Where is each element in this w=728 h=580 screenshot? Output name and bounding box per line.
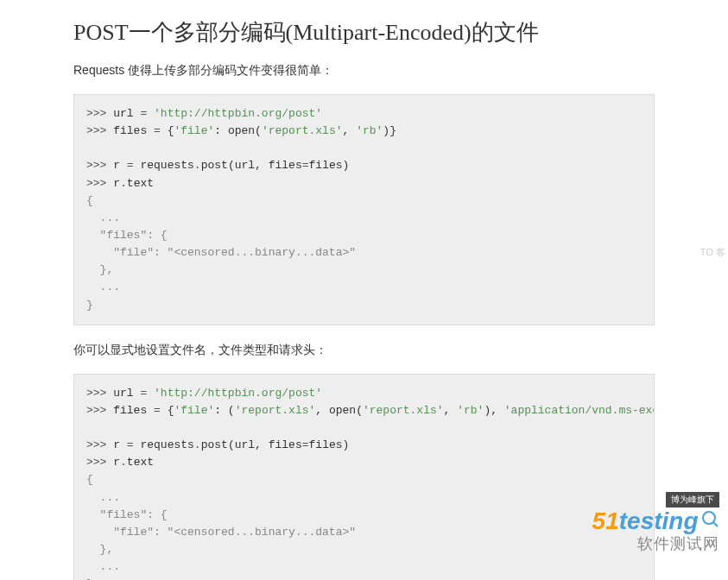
document-container: POST一个多部分编码(Multipart-Encoded)的文件 Reques… <box>0 0 728 580</box>
code-block-1: >>> url = 'http://httpbin.org/post' >>> … <box>73 94 655 325</box>
code-block-2[interactable]: >>> url = 'http://httpbin.org/post' >>> … <box>73 374 655 580</box>
intro-paragraph-1: Requests 使得上传多部分编码文件变得很简单： <box>73 63 655 79</box>
intro-paragraph-2: 你可以显式地设置文件名，文件类型和请求头： <box>73 343 655 358</box>
section-heading: POST一个多部分编码(Multipart-Encoded)的文件 <box>73 17 655 47</box>
